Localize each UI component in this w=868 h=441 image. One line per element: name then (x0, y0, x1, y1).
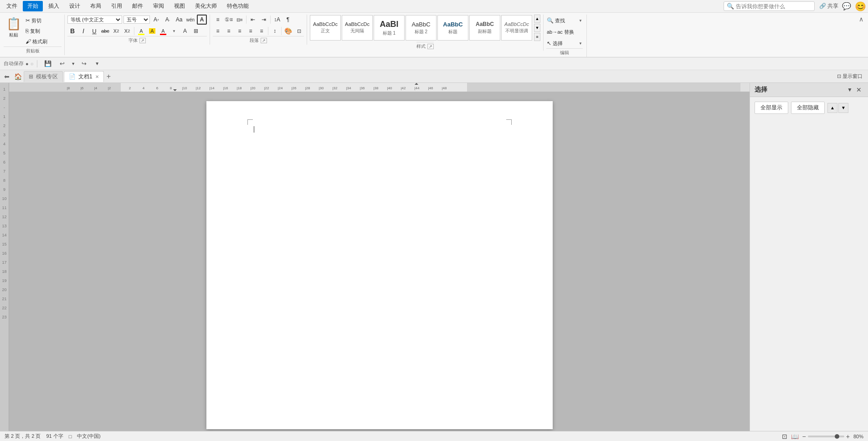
document-page[interactable] (206, 101, 553, 429)
document-content[interactable] (206, 101, 553, 374)
panel-next-button[interactable]: ▼ (838, 103, 848, 113)
zoom-percent[interactable]: 80% (853, 434, 863, 439)
copy-button[interactable]: ⎘ 复制 (25, 26, 62, 36)
panel-dropdown-icon[interactable]: ▼ (847, 87, 853, 93)
view-normal-icon[interactable]: ⊡ (782, 433, 787, 440)
increase-indent-button[interactable]: ⇥ (259, 15, 269, 25)
menu-file[interactable]: 文件 (2, 1, 22, 11)
font-grow-button[interactable]: A+ (151, 15, 161, 25)
layout-icon[interactable]: □ (69, 434, 72, 439)
font-shrink-button[interactable]: A- (163, 15, 173, 25)
bullet-list-button[interactable]: ≡ (213, 15, 223, 25)
redo-button[interactable]: ↪ (78, 59, 90, 68)
menu-view[interactable]: 视图 (169, 1, 190, 11)
zoom-in-button[interactable]: + (846, 433, 850, 440)
style-emphasis[interactable]: AaBbCcDc 不明显强调 (501, 15, 532, 41)
nav-home-button[interactable]: 🏠 (13, 72, 23, 82)
show-all-button[interactable]: 全部显示 (755, 102, 788, 114)
document-area[interactable] (9, 92, 750, 431)
qa-more-button[interactable]: ▼ (92, 60, 103, 67)
bold-button[interactable]: B (67, 26, 77, 36)
font-size-select[interactable]: 五号 (123, 15, 150, 24)
text-shade-button[interactable]: A (147, 26, 157, 36)
search-input[interactable] (736, 3, 809, 10)
cut-button[interactable]: ✂ 剪切 (25, 15, 62, 26)
style-heading[interactable]: AaBbC 标题 (437, 15, 468, 41)
menu-beautify[interactable]: 美化大师 (190, 1, 221, 11)
style-scroll-down[interactable]: ▼ (534, 24, 540, 32)
find-button[interactable]: 🔍 查找 ▼ (546, 15, 583, 26)
menu-start[interactable]: 开始 (23, 1, 43, 11)
format-brush-button[interactable]: 🖌 格式刷 (25, 36, 62, 46)
panel-close-button[interactable]: ✕ (854, 86, 863, 93)
subscript-button[interactable]: X2 (111, 26, 121, 36)
align-left-button[interactable]: ≡ (213, 26, 223, 36)
panel-prev-button[interactable]: ▲ (827, 103, 837, 113)
font-color-dropdown[interactable]: ▼ (169, 26, 179, 36)
shading-button[interactable]: 🎨 (283, 26, 293, 36)
underline-button[interactable]: U (89, 26, 99, 36)
undo-dropdown[interactable]: ▼ (70, 60, 77, 67)
style-heading2[interactable]: AaBbC 标题 2 (406, 15, 437, 41)
replace-button[interactable]: ab→ac 替换 (546, 27, 583, 37)
autosave-toggle[interactable]: ● (26, 61, 29, 67)
text-effect-button[interactable]: A (180, 26, 190, 36)
menu-review[interactable]: 审阅 (149, 1, 169, 11)
style-scroll-up[interactable]: ▲ (534, 15, 540, 23)
styles-dialog-launcher[interactable]: ↗ (427, 44, 434, 49)
font-name-select[interactable]: 等线 (中文正文 (67, 15, 122, 24)
decrease-indent-button[interactable]: ⇤ (248, 15, 258, 25)
zoom-thumb[interactable] (835, 434, 839, 439)
menu-special[interactable]: 特色功能 (222, 1, 253, 11)
line-spacing-button[interactable]: ↕ (270, 26, 280, 36)
paste-button[interactable]: 📋 粘贴 (4, 15, 24, 40)
undo-button[interactable]: ↩ (56, 59, 68, 68)
style-normal[interactable]: AaBbCcDc 正文 (310, 15, 341, 41)
multilevel-list-button[interactable]: ⊟≡ (235, 15, 245, 25)
paragraph-dialog-launcher[interactable]: ↗ (261, 38, 267, 43)
menu-insert[interactable]: 插入 (44, 1, 64, 11)
sort-button[interactable]: ↕A (272, 15, 282, 25)
font-dialog-launcher[interactable]: ↗ (139, 38, 146, 43)
pinyin-button[interactable]: wén (185, 15, 195, 25)
share-icon[interactable]: 🔗 共享 (819, 2, 838, 10)
border-button[interactable]: ⊞ (191, 26, 201, 36)
menu-reference[interactable]: 引用 (107, 1, 127, 11)
zoom-out-button[interactable]: − (802, 433, 806, 440)
text-A-button[interactable]: A (197, 15, 207, 25)
align-right-button[interactable]: ≡ (235, 26, 245, 36)
view-read-icon[interactable]: 📖 (791, 433, 799, 440)
tab-close-button[interactable]: ✕ (95, 74, 99, 79)
align-center-button[interactable]: ≡ (224, 26, 234, 36)
new-tab-button[interactable]: + (105, 72, 113, 81)
menu-design[interactable]: 设计 (65, 1, 85, 11)
save-button[interactable]: 💾 (41, 59, 55, 68)
comment-icon[interactable]: 💬 (842, 2, 851, 10)
tab-template-zone[interactable]: ⊞ 模板专区 (24, 71, 63, 82)
display-window-button[interactable]: ⊡ 显示窗口 (833, 72, 866, 81)
style-no-gap[interactable]: AaBbCcDc 无间隔 (342, 15, 373, 41)
justify-button[interactable]: ≡ (246, 26, 256, 36)
numbered-list-button[interactable]: ①≡ (224, 15, 234, 25)
change-case-button[interactable]: Aa (174, 15, 184, 25)
font-color-button[interactable]: A (158, 26, 168, 36)
select-button[interactable]: ↖ 选择 ▼ (546, 38, 583, 48)
strikethrough-button[interactable]: abc (100, 26, 110, 36)
zoom-track[interactable] (808, 436, 844, 437)
highlight-color-button[interactable]: A (136, 26, 146, 36)
tab-doc1[interactable]: 📄 文档1 ✕ (64, 71, 104, 82)
style-more[interactable]: ≡ (534, 33, 540, 41)
menu-mail[interactable]: 邮件 (128, 1, 148, 11)
italic-button[interactable]: I (78, 26, 88, 36)
border-style-button[interactable]: ⊡ (294, 26, 304, 36)
distributed-button[interactable]: ≡ (257, 26, 267, 36)
ribbon-collapse-button[interactable]: ∧ (857, 15, 865, 24)
svg-text:|30: |30 (319, 86, 324, 90)
style-subheading[interactable]: AaBbC 副标题 (469, 15, 500, 41)
show-marks-button[interactable]: ¶ (283, 15, 293, 25)
nav-back-button[interactable]: ⬅ (2, 72, 12, 82)
style-heading1[interactable]: AaBl 标题 1 (374, 15, 405, 41)
superscript-button[interactable]: X2 (122, 26, 132, 36)
hide-all-button[interactable]: 全部隐藏 (791, 102, 825, 114)
menu-layout[interactable]: 布局 (86, 1, 106, 11)
